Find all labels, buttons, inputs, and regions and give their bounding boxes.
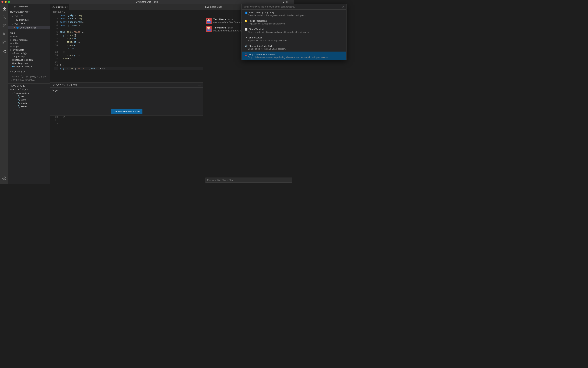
svg-point-4: [3, 16, 5, 18]
npm-package-json[interactable]: ▾ {} package.json: [8, 91, 50, 95]
folder-scripts[interactable]: ▶ scripts: [8, 45, 50, 48]
activity-explorer[interactable]: [0, 5, 8, 13]
palette-item-audio[interactable]: 🔊 Start or Join Audio Call Enable audio …: [242, 43, 294, 52]
code-line: const sass = req...: [60, 17, 203, 20]
outline-header[interactable]: ▾ アウトライン: [8, 70, 50, 74]
folder-public[interactable]: ▶ public: [8, 42, 50, 45]
create-comment-thread-button[interactable]: Create a comment thread: [111, 109, 142, 114]
palette-item-label: Invite Others (Copy Link): [249, 11, 274, 14]
npm-title: NPM スクリプト: [11, 88, 29, 91]
activity-search[interactable]: [0, 13, 8, 21]
chat-input[interactable]: [205, 177, 292, 183]
close-dot[interactable]: [1, 1, 3, 3]
minimize-dot[interactable]: [5, 1, 7, 3]
svg-rect-10: [3, 41, 4, 42]
folder-name: scripts: [13, 45, 19, 48]
folder-stylesheets[interactable]: ▶ stylesheets: [8, 48, 50, 52]
activity-extensions[interactable]: [0, 38, 8, 46]
chat-msg-time: 14:16: [228, 18, 233, 20]
file-webpack[interactable]: ⊙ webpack.config.js: [8, 65, 50, 68]
group1-header[interactable]: ▾ グループ 1: [8, 14, 50, 18]
folder-idea[interactable]: ▶ .idea: [8, 35, 50, 38]
palette-item-focus[interactable]: 🔔 Focus Participants Request other parti…: [242, 18, 294, 26]
chevron-icon: ▶: [10, 39, 12, 41]
palette-item-label: Share Terminal: [249, 28, 264, 31]
npm-test[interactable]: 🔧 test: [8, 95, 50, 98]
code-line: [60, 27, 203, 30]
code-line: const autoprefix...: [60, 20, 203, 24]
npm-header[interactable]: ▾ NPM スクリプト: [8, 88, 50, 91]
activity-live-share[interactable]: [0, 47, 8, 55]
palette-item-stop[interactable]: 🚫 Stop Collaboration Session Stop collab…: [242, 52, 294, 60]
explorer-title: エクスプローラー: [8, 4, 50, 9]
code-content-bottom: });: [59, 116, 203, 184]
more-button[interactable]: ···: [290, 0, 292, 3]
breadcrumb-text: gulpfile.js > ...: [52, 11, 66, 13]
json-file-icon: {}: [14, 92, 15, 94]
chevron-icon: ▶: [10, 46, 12, 47]
npm-watch[interactable]: 🔧 watch: [8, 101, 50, 105]
palette-item-label: Focus Participants: [249, 19, 267, 22]
live-share-header[interactable]: ▾ LIVE SHARE: [8, 84, 50, 88]
npm-server[interactable]: 🔧 server: [8, 105, 50, 108]
palette-item-server[interactable]: ↗ Share Server Expose a local TCP port t…: [242, 35, 294, 43]
code-line: })): [60, 50, 203, 54]
stop-icon: 🚫: [244, 53, 247, 56]
chevron-icon: ▾: [12, 15, 13, 17]
tab-close-button[interactable]: ✕: [66, 6, 68, 8]
folder-node-modules[interactable]: ▶ node_modules: [8, 38, 50, 42]
minimize-button[interactable]: —: [198, 83, 201, 87]
maximize-dot[interactable]: [8, 1, 10, 3]
chat-header-title: Live Share Chat: [205, 6, 222, 8]
activity-source-control[interactable]: [0, 21, 8, 30]
code-line-highlight: + gulp.task('watch', (done) => {—: [60, 67, 203, 70]
layout-button[interactable]: ⊞: [286, 0, 289, 3]
code-line: const plumber =...: [60, 24, 203, 27]
folder-name: stylesheets: [13, 49, 24, 51]
code-line: brow...: [60, 47, 203, 50]
code-line: .pipe(pl...: [60, 37, 203, 40]
titlebar: Live Share Chat — gulp ▶ ⊞ ···: [0, 0, 294, 4]
svg-point-14: [3, 51, 4, 52]
code-content: const gulp = req... const sass = req... …: [59, 14, 203, 83]
chevron-icon: ▶: [10, 36, 12, 37]
group1-title: グループ 1: [14, 15, 25, 18]
file-package-lock[interactable]: {} package-lock.json: [8, 58, 50, 62]
line-numbers-bottom: 20 21 22: [50, 116, 59, 184]
file-gulpfile[interactable]: JS gulpfile.js: [8, 55, 50, 58]
code-line: [60, 60, 203, 64]
activity-debug[interactable]: [0, 30, 8, 38]
code-line: .pipe(au...: [60, 44, 203, 47]
group1: ▾ グループ 1 JS gulpfile.js: [8, 14, 50, 22]
avatar-1: [206, 18, 212, 24]
npm-script-name: build: [21, 98, 26, 101]
tab-gulpfile[interactable]: JS gulpfile.js ✕: [50, 4, 69, 10]
svg-rect-1: [5, 7, 6, 9]
group2-liveshare[interactable]: ✕ Live Share Chat: [8, 26, 50, 29]
code-line: done();: [60, 57, 203, 60]
run-button[interactable]: ▶: [283, 0, 285, 3]
palette-item-terminal[interactable]: ⬜ Share Terminal Start a new terminal / …: [242, 26, 294, 35]
group1-gulpfile[interactable]: JS gulpfile.js: [8, 18, 50, 21]
file-package-json[interactable]: {} package.json: [8, 62, 50, 65]
svg-rect-23: [210, 19, 210, 20]
js-tab-icon: JS: [52, 6, 55, 8]
discussion-content[interactable]: hoge: [50, 88, 203, 109]
palette-item-invite[interactable]: 👥 Invite Others (Copy Link) Copy the inv…: [242, 9, 294, 18]
editor-area: JS gulpfile.js ✕ gulpfile.js > ... 1 2 3…: [50, 4, 203, 184]
chevron-icon: ▶: [10, 49, 12, 51]
svg-line-5: [5, 18, 6, 19]
code-editor[interactable]: 1 2 3 4 5 6 7 8 9 10 11 12 13 14: [50, 14, 203, 83]
npm-file-name: package.json: [16, 92, 29, 94]
activity-settings[interactable]: [0, 174, 8, 183]
npm-build[interactable]: 🔧 build: [8, 98, 50, 101]
file-bs-config[interactable]: JS bs-config.js: [8, 52, 50, 55]
svg-rect-12: [3, 42, 4, 44]
wrench-icon: 🔧: [18, 99, 20, 101]
code-lines: 1 2 3 4 5 6 7 8 9 10 11 12 13 14: [50, 14, 203, 83]
svg-rect-29: [210, 28, 210, 28]
command-palette-input[interactable]: [244, 5, 294, 8]
group2-header[interactable]: ▾ グループ 2: [8, 22, 50, 26]
discussion-input[interactable]: hoge: [52, 89, 201, 107]
audio-icon: 🔊: [244, 45, 247, 47]
